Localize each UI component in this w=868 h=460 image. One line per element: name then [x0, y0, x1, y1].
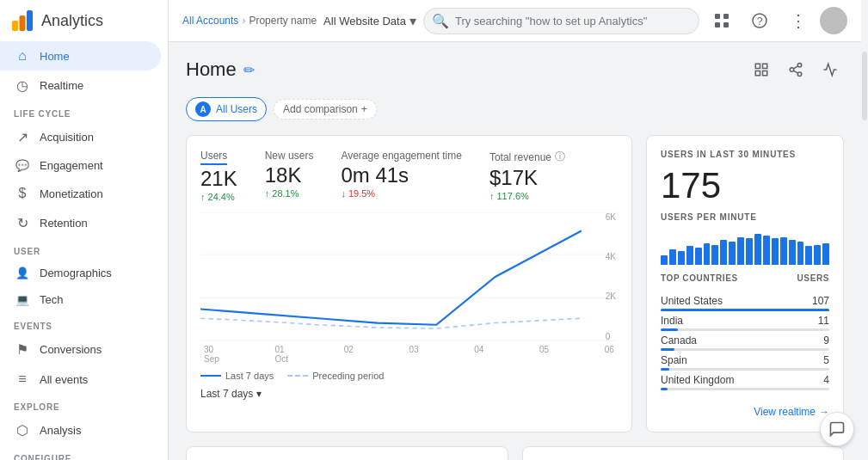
- mini-bar: [780, 237, 787, 265]
- all-users-avatar: A: [195, 101, 211, 117]
- acquisition-icon: ↗: [14, 129, 31, 145]
- add-comparison-btn[interactable]: Add comparison +: [274, 99, 377, 120]
- metric-new-users: New users 18K ↑ 28.1%: [265, 150, 314, 202]
- more-icon-btn[interactable]: ⋮: [782, 5, 813, 36]
- metric-revenue: Total revenue ⓘ $17K ↑ 117.6%: [489, 150, 565, 202]
- chart-timeframe-selector[interactable]: Last 7 days ▾: [200, 388, 618, 400]
- section-user: USER: [0, 238, 168, 260]
- monetization-icon: $: [14, 186, 31, 201]
- share-icon-btn[interactable]: [782, 56, 810, 83]
- home-icon: ⌂: [14, 48, 31, 64]
- metric-engagement-change: ↓ 19.5%: [341, 188, 462, 199]
- country-name: Spain: [661, 354, 687, 366]
- svg-rect-9: [755, 64, 760, 68]
- sidebar-nav-tech[interactable]: 💻 Tech: [0, 286, 161, 313]
- right-scrollbar: [861, 0, 868, 460]
- svg-rect-4: [723, 14, 729, 19]
- home-edit-icon[interactable]: ✏: [243, 62, 255, 78]
- view-realtime-link[interactable]: View realtime →: [661, 406, 829, 418]
- avatar[interactable]: [820, 7, 847, 34]
- mini-bar: [695, 248, 702, 265]
- sidebar-nav-demographics[interactable]: 👤 Demographics: [0, 260, 161, 286]
- metric-new-users-change: ↑ 28.1%: [265, 188, 314, 199]
- tech-icon: 💻: [14, 293, 31, 306]
- legend-solid-line: [200, 375, 221, 377]
- realtime-title: USERS IN LAST 30 MINUTES: [661, 150, 829, 159]
- svg-rect-0: [12, 21, 18, 31]
- chart-y-labels: 6K 4K 2K 0: [604, 212, 618, 341]
- help-icon-btn[interactable]: ?: [744, 5, 775, 36]
- sidebar-nav-acquisition[interactable]: ↗ Acquisition: [0, 122, 161, 152]
- mini-bar: [805, 246, 812, 265]
- page-header: Home ✏: [186, 56, 844, 83]
- mini-bar: [711, 245, 718, 265]
- info-icon[interactable]: ⓘ: [555, 150, 565, 164]
- svg-point-13: [797, 64, 802, 68]
- search-input[interactable]: [423, 8, 699, 34]
- sidebar-nav-engagement[interactable]: 💬 Engagement: [0, 152, 161, 179]
- chart-legend: Last 7 days Preceding period: [200, 371, 618, 381]
- realtime-number: 175: [661, 168, 829, 204]
- metric-new-users-value: 18K: [265, 163, 314, 188]
- mini-bar: [720, 240, 727, 265]
- mini-bar: [661, 255, 668, 265]
- analysis-icon: ⬡: [14, 422, 31, 439]
- sidebar-nav-conversions[interactable]: ⚑ Conversions: [0, 334, 161, 365]
- mini-bar: [678, 251, 685, 265]
- metric-new-users-label: New users: [265, 150, 314, 162]
- country-bar-track: [661, 348, 829, 351]
- realtime-card: USERS IN LAST 30 MINUTES 175 USERS PER M…: [646, 135, 844, 432]
- customize-icon-btn[interactable]: [748, 56, 775, 83]
- insights-icon: [822, 62, 838, 77]
- segment-bar: A All Users Add comparison +: [186, 97, 844, 121]
- country-users: 107: [812, 295, 829, 307]
- country-bar-fill: [661, 328, 678, 331]
- stats-card: Users 21K ↑ 24.4% New users 18K ↑ 28.1%: [186, 135, 632, 432]
- sidebar-nav-monetization[interactable]: $ Monetization: [0, 179, 161, 208]
- ga-logo: [10, 9, 34, 33]
- chat-fab[interactable]: [820, 412, 854, 446]
- sidebar-nav-analysis[interactable]: ⬡ Analysis: [0, 415, 161, 445]
- country-users: 11: [818, 315, 829, 327]
- country-row: Spain 5: [661, 354, 829, 371]
- bottom-cards-row: ∿ Insights 16+ WHERE DO YOUR NEW USERS C…: [186, 446, 844, 460]
- country-name-row: India 11: [661, 315, 829, 327]
- sidebar-nav-realtime[interactable]: ◷ Realtime: [0, 71, 161, 101]
- svg-rect-5: [715, 22, 720, 28]
- property-select[interactable]: All Website Data ▾: [323, 13, 416, 29]
- all-users-chip[interactable]: A All Users: [186, 97, 267, 121]
- country-bar-fill: [661, 388, 668, 390]
- country-bar-track: [661, 309, 829, 311]
- content-area: Home ✏: [169, 42, 861, 460]
- cards-row: Users 21K ↑ 24.4% New users 18K ↑ 28.1%: [186, 135, 844, 432]
- topbar: All Accounts › Property name All Website…: [169, 0, 861, 42]
- line-chart: [200, 212, 618, 341]
- page-header-actions: [748, 56, 844, 83]
- legend-preceding: Preceding period: [287, 371, 384, 381]
- more-icon: ⋮: [790, 10, 805, 31]
- sidebar-nav-retention[interactable]: ↻ Retention: [0, 208, 161, 238]
- app-title: Analytics: [41, 12, 103, 30]
- metric-revenue-change: ↑ 117.6%: [489, 191, 565, 201]
- country-name: India: [661, 315, 683, 327]
- country-bar-fill: [661, 309, 829, 311]
- metric-users-value: 21K: [200, 167, 237, 192]
- apps-icon-btn[interactable]: [706, 5, 737, 36]
- sidebar-nav-all-events[interactable]: ≡ All events: [0, 365, 161, 394]
- country-bar-track: [661, 368, 829, 371]
- sidebar-nav-home[interactable]: ⌂ Home: [0, 41, 161, 71]
- chat-icon: [828, 420, 846, 438]
- svg-point-15: [797, 72, 802, 77]
- metric-users-label: Users: [200, 150, 227, 165]
- mini-bar: [763, 236, 770, 265]
- scroll-thumb[interactable]: [862, 52, 867, 120]
- mini-bar: [772, 238, 779, 265]
- insights-icon-btn[interactable]: [816, 56, 844, 83]
- country-users: 4: [823, 374, 829, 386]
- mini-bar: [737, 237, 744, 265]
- mini-bar: [729, 242, 736, 265]
- svg-rect-2: [27, 10, 33, 31]
- country-name: Canada: [661, 334, 697, 347]
- country-bar-fill: [661, 368, 669, 371]
- engagement-icon: 💬: [14, 159, 31, 172]
